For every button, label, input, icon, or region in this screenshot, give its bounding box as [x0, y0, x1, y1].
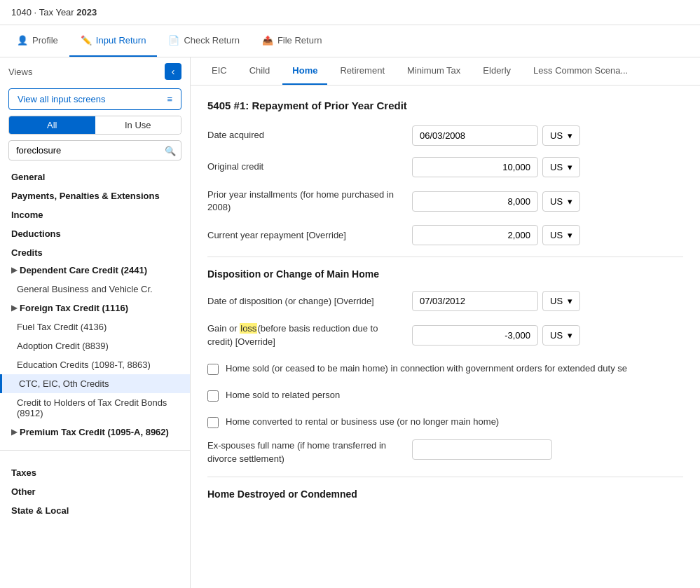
form-content: 5405 #1: Repayment of Prior Year Credit … — [191, 86, 700, 588]
filter-buttons: All In Use — [8, 116, 181, 135]
chevron-right-icon-2: ▶ — [11, 303, 17, 313]
ex-spouse-row: Ex-spouses full name (if home transferre… — [207, 439, 683, 465]
home-destroyed-section-header: Home Destroyed or Condemned — [207, 488, 683, 500]
disposition-section-header: Disposition or Change of Main Home — [207, 268, 683, 280]
tab-file-return[interactable]: 📤 File Return — [251, 25, 334, 57]
original-credit-row: Original credit US ▾ — [207, 157, 683, 177]
list-icon: ≡ — [167, 94, 172, 104]
send-icon: 📤 — [262, 35, 273, 46]
chevron-down-icon-2: ▾ — [568, 162, 572, 172]
pencil-icon: ✏️ — [81, 35, 92, 46]
tab-home[interactable]: Home — [282, 57, 327, 85]
ex-spouse-label: Ex-spouses full name (if home transferre… — [207, 439, 404, 465]
sidebar-item-dep-care[interactable]: ▶ Dependent Care Credit (2441) — [0, 261, 190, 280]
date-disposition-jurisdiction-dropdown[interactable]: US ▾ — [542, 291, 580, 311]
chevron-down-icon-6: ▾ — [568, 330, 572, 341]
home-sold-related-label: Home sold to related person — [226, 389, 683, 402]
jurisdiction-label-5: US — [550, 296, 563, 306]
home-converted-checkbox[interactable] — [207, 417, 219, 428]
sidebar-toggle-button[interactable]: ‹ — [165, 63, 181, 80]
original-credit-label: Original credit — [207, 160, 404, 173]
tab-profile[interactable]: 👤 Profile — [6, 25, 69, 57]
sidebar: Views ‹ View all input screens ≡ All In … — [0, 57, 191, 588]
date-acquired-input[interactable] — [412, 125, 538, 146]
form-number: 1040 — [11, 7, 32, 18]
original-credit-jurisdiction-dropdown[interactable]: US ▾ — [542, 157, 580, 177]
gain-loss-row: Gain or loss(before basis reduction due … — [207, 322, 683, 348]
sidebar-item-premium[interactable]: ▶ Premium Tax Credit (1095-A, 8962) — [0, 423, 190, 442]
tab-eic[interactable]: EIC — [202, 57, 237, 85]
prior-year-input[interactable] — [412, 191, 538, 212]
date-acquired-label: Date acquired — [207, 129, 404, 142]
search-input[interactable] — [8, 140, 181, 160]
sidebar-item-fuel-tax[interactable]: Fuel Tax Credit (4136) — [0, 317, 190, 336]
chevron-right-icon: ▶ — [11, 266, 17, 275]
main-nav: 👤 Profile ✏️ Input Return 📄 Check Return… — [0, 25, 700, 57]
tab-check-return[interactable]: 📄 Check Return — [157, 25, 250, 57]
sidebar-item-income[interactable]: Income — [0, 204, 190, 223]
prior-year-label: Prior year installments (for home purcha… — [207, 189, 404, 214]
sub-nav: EIC Child Home Retirement Minimum Tax El… — [191, 57, 700, 86]
prior-year-jurisdiction-dropdown[interactable]: US ▾ — [542, 191, 580, 212]
home-sold-related-checkbox[interactable] — [207, 390, 219, 402]
tab-minimum-tax[interactable]: Minimum Tax — [397, 57, 470, 85]
home-sold-govt-label: Home sold (or ceased to be main home) in… — [226, 362, 683, 375]
checkbox-home-converted-row: Home converted to rental or business use… — [207, 413, 683, 431]
jurisdiction-label-4: US — [550, 230, 563, 240]
prior-year-input-group: US ▾ — [412, 191, 580, 212]
current-year-input-group: US ▾ — [412, 225, 580, 245]
tab-retirement[interactable]: Retirement — [330, 57, 394, 85]
sidebar-item-deductions[interactable]: Deductions — [0, 223, 190, 242]
sidebar-item-credits[interactable]: Credits — [0, 242, 190, 261]
date-disposition-input[interactable] — [412, 291, 538, 311]
views-label: Views — [8, 67, 32, 77]
filter-all-button[interactable]: All — [9, 116, 95, 134]
sidebar-item-foreign-tax[interactable]: ▶ Foreign Tax Credit (1116) — [0, 299, 190, 317]
sidebar-item-ctc-eic[interactable]: CTC, EIC, Oth Credits — [0, 374, 190, 393]
sidebar-item-state-local[interactable]: State & Local — [0, 500, 190, 519]
sidebar-list: General Payments, Penalties & Extensions… — [0, 166, 190, 588]
chevron-down-icon-5: ▾ — [568, 296, 572, 306]
home-sold-govt-checkbox[interactable] — [207, 364, 219, 375]
gain-loss-input[interactable] — [412, 325, 538, 346]
sidebar-item-general[interactable]: General — [0, 166, 190, 185]
form-title: 5405 #1: Repayment of Prior Year Credit — [207, 100, 683, 111]
ex-spouse-input[interactable] — [412, 439, 552, 460]
tab-child[interactable]: Child — [240, 57, 280, 85]
chevron-right-icon-3: ▶ — [11, 428, 17, 437]
jurisdiction-label-2: US — [550, 162, 563, 172]
tab-less-common[interactable]: Less Common Scena... — [523, 57, 638, 85]
document-icon: 📄 — [168, 35, 179, 46]
section-divider-1 — [207, 257, 683, 257]
sidebar-search-container: 🔍 — [8, 140, 181, 160]
sidebar-header: Views ‹ — [0, 57, 190, 86]
original-credit-input-group: US ▾ — [412, 157, 580, 177]
person-icon: 👤 — [17, 35, 28, 46]
separator: · — [34, 7, 37, 18]
tab-elderly[interactable]: Elderly — [473, 57, 521, 85]
sidebar-item-credit-holders[interactable]: Credit to Holders of Tax Credit Bonds (8… — [0, 393, 190, 423]
search-icon: 🔍 — [165, 145, 176, 156]
gain-loss-jurisdiction-dropdown[interactable]: US ▾ — [542, 325, 580, 346]
current-year-label: Current year repayment [Override] — [207, 229, 404, 242]
date-acquired-jurisdiction-dropdown[interactable]: US ▾ — [542, 125, 580, 146]
view-all-screens-button[interactable]: View all input screens ≡ — [8, 88, 181, 110]
main-layout: Views ‹ View all input screens ≡ All In … — [0, 57, 700, 588]
current-year-input[interactable] — [412, 225, 538, 245]
chevron-down-icon: ▾ — [568, 130, 572, 141]
tab-input-return[interactable]: ✏️ Input Return — [69, 25, 158, 57]
sidebar-item-other[interactable]: Other — [0, 481, 190, 500]
date-disposition-row: Date of disposition (or change) [Overrid… — [207, 291, 683, 311]
original-credit-input[interactable] — [412, 157, 538, 177]
chevron-down-icon-3: ▾ — [568, 196, 572, 207]
sidebar-item-payments[interactable]: Payments, Penalties & Extensions — [0, 185, 190, 204]
date-disposition-input-group: US ▾ — [412, 291, 580, 311]
current-year-jurisdiction-dropdown[interactable]: US ▾ — [542, 225, 580, 245]
sidebar-item-taxes[interactable]: Taxes — [0, 462, 190, 481]
sidebar-item-education[interactable]: Education Credits (1098-T, 8863) — [0, 355, 190, 374]
chevron-down-icon-4: ▾ — [568, 230, 572, 240]
top-bar: 1040 · Tax Year 2023 — [0, 0, 700, 25]
sidebar-item-adoption[interactable]: Adoption Credit (8839) — [0, 336, 190, 355]
sidebar-item-gen-business[interactable]: General Business and Vehicle Cr. — [0, 280, 190, 299]
filter-in-use-button[interactable]: In Use — [95, 116, 181, 134]
